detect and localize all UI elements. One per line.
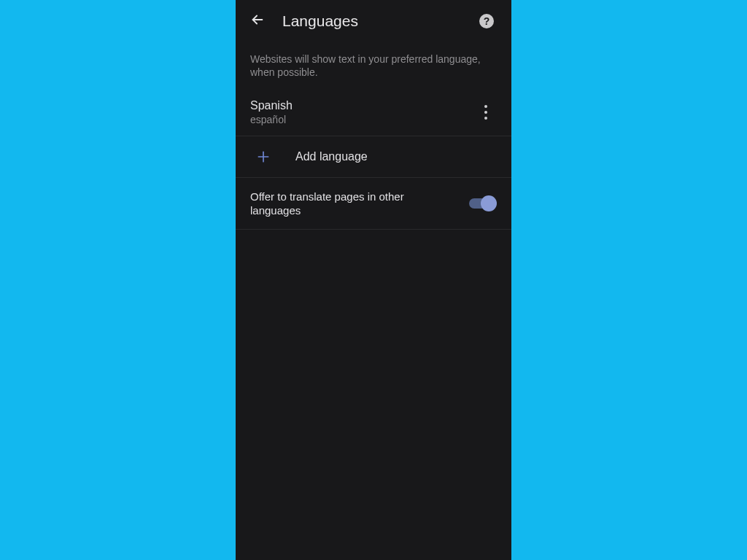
translate-toggle-row[interactable]: Offer to translate pages in other langua… [236,178,511,230]
back-arrow-icon [249,12,266,31]
language-overflow-button[interactable] [475,98,497,127]
add-language-button[interactable]: Add language [236,136,511,178]
language-item[interactable]: Spanish español [236,89,511,136]
plus-icon [256,149,271,164]
switch-thumb [481,195,497,211]
help-button[interactable]: ? [472,7,501,36]
translate-toggle-switch[interactable] [469,195,497,211]
section-description: Websites will show text in your preferre… [236,42,511,89]
more-vert-icon [484,105,487,120]
add-language-label: Add language [295,150,368,163]
app-bar: Languages ? [236,0,511,42]
page-title: Languages [282,12,472,30]
language-name: Spanish [250,99,475,112]
language-native-name: español [250,114,475,125]
language-text: Spanish español [250,99,475,125]
languages-settings-screen: Languages ? Websites will show text in y… [236,0,511,560]
back-button[interactable] [243,7,272,36]
translate-toggle-label: Offer to translate pages in other langua… [250,190,469,217]
help-icon: ? [479,14,494,28]
